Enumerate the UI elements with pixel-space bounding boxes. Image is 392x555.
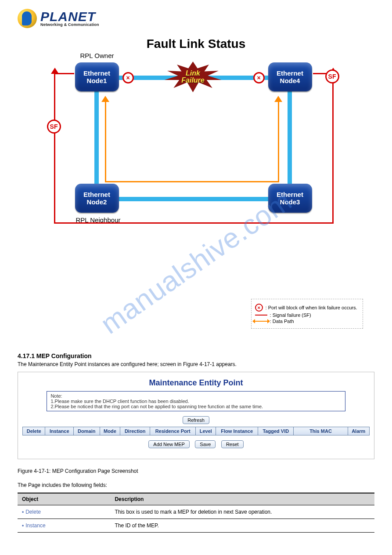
diagram-title: Fault Link Status xyxy=(18,37,374,51)
obj-head-description: Description xyxy=(110,493,374,505)
rpl-owner-label: RPL Owner xyxy=(80,52,114,59)
desc-instance: The ID of the MEP. xyxy=(110,519,374,533)
sf-badge-right: SF xyxy=(325,69,339,83)
col-level: Level xyxy=(196,427,216,435)
mep-table: Delete Instance Domain Mode Direction Re… xyxy=(22,427,370,435)
object-description-table: Object Description •Delete This box is u… xyxy=(18,493,374,533)
ethernet-node-3: Ethernet Node3 xyxy=(268,184,312,213)
figure-caption: Figure 4-17-1: MEP Configuration Page Sc… xyxy=(18,468,374,474)
sf-badge-left: SF xyxy=(47,120,61,134)
sf-bottom-h xyxy=(54,222,333,224)
col-tagged-vid: Tagged VID xyxy=(258,427,294,435)
add-new-mep-button[interactable]: Add New MEP xyxy=(148,440,190,448)
brand-tagline: Networking & Communication xyxy=(40,22,99,27)
block-x-left: × xyxy=(122,72,134,83)
obj-instance: Instance xyxy=(25,522,45,529)
desc-delete: This box is used to mark a MEP for delet… xyxy=(110,505,374,519)
note-title: Note: xyxy=(50,393,341,399)
section-intro: The Maintenance Entity Point instances a… xyxy=(18,361,374,367)
brand-name: PLANET xyxy=(40,11,99,22)
col-residence-port: Residence Port xyxy=(150,427,196,435)
block-x-right: × xyxy=(253,72,265,83)
sf-right-v xyxy=(332,73,334,224)
sf-left-v xyxy=(54,73,55,223)
table-row: •Instance The ID of the MEP. xyxy=(18,519,374,533)
reset-button[interactable]: Reset xyxy=(221,440,244,448)
legend-block-text: : Port will block off when link failure … xyxy=(266,305,357,310)
refresh-button[interactable]: Refresh xyxy=(183,416,209,424)
panel-title: Maintenance Entity Point xyxy=(22,378,370,388)
mep-panel: Maintenance Entity Point Note: 1.Please … xyxy=(18,372,374,459)
data-path-left-v xyxy=(105,102,106,182)
legend-block-icon: × xyxy=(255,304,263,312)
brand-logo-mark xyxy=(18,9,37,28)
link-bottom xyxy=(117,197,270,201)
legend-path-icon xyxy=(255,321,267,322)
data-path-left-arrow xyxy=(101,96,109,102)
link-right xyxy=(288,89,292,185)
col-domain: Domain xyxy=(73,427,100,435)
col-delete: Delete xyxy=(23,427,45,435)
obj-delete: Delete xyxy=(25,509,41,515)
col-instance: Instance xyxy=(45,427,73,435)
data-path-right-v xyxy=(278,102,279,182)
col-this-mac: This MAC xyxy=(294,427,348,435)
col-direction: Direction xyxy=(120,427,150,435)
data-path-bottom-h xyxy=(105,181,279,182)
note-line-1: 1.Please make sure the DHCP client funct… xyxy=(50,399,341,404)
col-alarm: Alarm xyxy=(348,427,369,435)
table-row: •Delete This box is used to mark a MEP f… xyxy=(18,505,374,519)
note-box: Note: 1.Please make sure the DHCP client… xyxy=(47,391,345,411)
link-left xyxy=(94,89,99,185)
ethernet-node-4: Ethernet Node4 xyxy=(268,62,312,91)
section-heading: 4.17.1 MEP Configuration xyxy=(18,352,374,359)
diagram-legend: ×: Port will block off when link failure… xyxy=(251,299,363,329)
obj-head-object: Object xyxy=(18,493,110,505)
legend-sf-text: : Signal failure (SF) xyxy=(270,312,311,318)
col-mode: Mode xyxy=(100,427,120,435)
brand-logo: PLANET Networking & Communication xyxy=(18,9,374,28)
fields-intro: The Page includes the following fields: xyxy=(18,482,374,488)
data-path-right-arrow xyxy=(274,96,282,102)
col-flow-instance: Flow Instance xyxy=(216,427,258,435)
note-line-2: 2.Please be noticed that the ring port c… xyxy=(50,404,341,409)
save-button[interactable]: Save xyxy=(195,440,216,448)
legend-sf-icon xyxy=(255,315,267,316)
fault-link-diagram: RPL Owner Ethernet Node1 Ethernet Node4 … xyxy=(38,54,354,300)
legend-path-text: : Data Path xyxy=(270,319,294,324)
ethernet-node-2: Ethernet Node2 xyxy=(75,184,119,213)
sf-arrow-left xyxy=(51,68,59,74)
ethernet-node-1: Ethernet Node1 xyxy=(75,62,119,91)
